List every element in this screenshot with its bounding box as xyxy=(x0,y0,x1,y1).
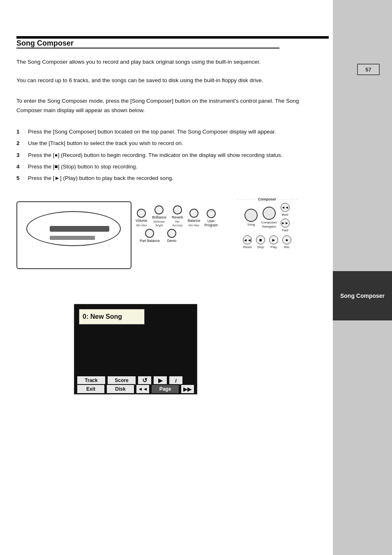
right-sidebar: 57 Song Composer xyxy=(333,0,392,555)
lcd-info-icon: i xyxy=(175,378,177,384)
para-3-text: To enter the Song Composer mode, press t… xyxy=(16,98,299,113)
lcd-rewind-icon-btn[interactable]: ◄◄ xyxy=(136,384,150,394)
comp-fwd-group: ►► Fwd xyxy=(281,219,290,233)
balance-knob[interactable] xyxy=(189,209,198,218)
top-rule-thin xyxy=(16,48,279,48)
lcd-exit-label: Exit xyxy=(86,386,95,392)
reverb-knob[interactable] xyxy=(173,205,182,214)
page-number: 57 xyxy=(365,67,371,73)
lcd-title-bar: 0: New Song xyxy=(79,309,145,325)
lcd-black-area xyxy=(79,329,194,374)
composer-dots-title: · · · · · · ·Composer· · · · · · · xyxy=(218,197,316,201)
lcd-btn-row-2: Exit Disk ◄◄ Page ▶▶ xyxy=(75,384,196,394)
comp-song-label: Song xyxy=(247,223,255,227)
comp-play-label: Play xyxy=(270,245,277,249)
para-3: To enter the Song Composer mode, press t… xyxy=(16,97,321,115)
brilliance-label: Brilliance xyxy=(152,215,166,219)
comp-stop-btn[interactable]: ■ xyxy=(256,235,265,244)
comp-nav-label: Composer/Navigator xyxy=(261,221,277,228)
knob-part-balance: Part Balance xyxy=(140,229,160,243)
step-2-num: 2 xyxy=(16,139,25,148)
volume-label: Volume xyxy=(136,219,147,223)
comp-fwd-btn[interactable]: ►► xyxy=(281,219,290,228)
sidebar-section-label: Song Composer xyxy=(340,292,385,299)
comp-bwd-btn[interactable]: ◄◄ xyxy=(281,203,290,212)
comp-nav-knob-group: Composer/Navigator xyxy=(261,207,277,228)
step-3-text: Press the [●] (Record) button to begin r… xyxy=(28,151,282,160)
step-2: 2 Use the [Track] button to select the t… xyxy=(16,139,321,148)
knob-demo: Demo xyxy=(167,229,177,243)
knob-user-program: UserProgram xyxy=(204,209,218,227)
comp-reset-group: ◄◄ Reset xyxy=(243,235,252,249)
comp-reset-label: Reset xyxy=(243,245,252,249)
comp-rec-btn[interactable]: ● xyxy=(282,235,291,244)
volume-sublabel: Min Max xyxy=(136,224,147,227)
comp-bwd-label: Bwd xyxy=(282,213,288,217)
steps-block: 1 Press the [Song Composer] button locat… xyxy=(16,127,321,185)
brilliance-sublabel: Mellower Bright xyxy=(151,220,167,227)
comp-stop-label: Stop xyxy=(257,245,264,249)
step-1: 1 Press the [Song Composer] button locat… xyxy=(16,127,321,136)
step-5: 5 Press the [►] (Play) button to play ba… xyxy=(16,174,321,183)
step-3-num: 3 xyxy=(16,151,25,160)
volume-knob[interactable] xyxy=(137,209,146,218)
part-balance-label: Part Balance xyxy=(140,239,160,243)
knob-brilliance: Brilliance Mellower Bright xyxy=(151,205,167,227)
lcd-score-label: Score xyxy=(115,378,128,383)
comp-bwd-fwd-group: ◄◄ Bwd ►► Fwd xyxy=(281,203,290,232)
para-2-text: You can record up to 6 tracks, and the s… xyxy=(16,77,263,83)
para-1-text: The Song Composer allows you to record a… xyxy=(16,59,261,65)
step-4-num: 4 xyxy=(16,162,25,171)
comp-stop-group: ■ Stop xyxy=(256,235,265,249)
comp-play-group: ► Play xyxy=(269,235,278,249)
step-1-num: 1 xyxy=(16,127,25,136)
lcd-song-title: 0: New Song xyxy=(83,313,122,320)
demo-label: Demo xyxy=(167,239,177,243)
comp-song-knob-group: Song xyxy=(244,209,258,227)
lcd-fwd-icon: ▶▶ xyxy=(183,386,191,392)
step-5-num: 5 xyxy=(16,174,25,183)
comp-song-knob[interactable] xyxy=(244,209,258,222)
step-3: 3 Press the [●] (Record) button to begin… xyxy=(16,151,321,160)
composer-title-text: Composer xyxy=(258,197,277,201)
para-1: The Song Composer allows you to record a… xyxy=(16,58,321,67)
knob-balance: Balance Min Max xyxy=(188,209,201,227)
brilliance-knob[interactable] xyxy=(154,205,164,214)
user-program-label: UserProgram xyxy=(204,219,218,227)
user-program-knob[interactable] xyxy=(207,209,216,218)
keyboard-diagram xyxy=(16,201,131,273)
lcd-display: 0: New Song Track Score ↺ ▶ i Exit Disk … xyxy=(74,304,197,394)
comp-fwd-label: Fwd xyxy=(282,228,288,233)
knob-volume: Volume Min Max xyxy=(136,209,147,227)
step-2-text: Use the [Track] button to select the tra… xyxy=(28,139,183,148)
lcd-disk-label: Disk xyxy=(115,386,125,392)
knobs-area: Volume Min Max Brilliance Mellower Brigh… xyxy=(136,205,218,243)
balance-label: Balance xyxy=(188,219,201,223)
top-rule-thick xyxy=(16,36,329,39)
comp-nav-knob[interactable] xyxy=(263,207,276,220)
comp-rec-group: ● Rec xyxy=(282,235,291,249)
lcd-fwd-icon-btn[interactable]: ▶▶ xyxy=(180,384,195,394)
lcd-track-label: Track xyxy=(85,378,97,383)
lcd-page-btn[interactable]: Page xyxy=(151,384,180,394)
step-4-text: Press the [■] (Stop) button to stop reco… xyxy=(28,162,137,171)
step-5-text: Press the [►] (Play) button to play back… xyxy=(28,174,173,183)
demo-knob[interactable] xyxy=(167,229,176,238)
comp-bwd-group: ◄◄ Bwd xyxy=(281,203,290,217)
lcd-exit-btn[interactable]: Exit xyxy=(76,384,105,394)
part-balance-knob[interactable] xyxy=(145,229,154,238)
comp-play-btn[interactable]: ► xyxy=(269,235,278,244)
keyboard-ellipse xyxy=(26,211,121,246)
balance-sublabel: Min Max xyxy=(189,224,199,227)
lcd-disk-btn[interactable]: Disk xyxy=(106,384,135,394)
reverb-label: Reverb xyxy=(172,215,183,219)
comp-reset-btn[interactable]: ◄◄ xyxy=(243,235,252,244)
lcd-rewind-icon: ◄◄ xyxy=(138,386,148,392)
lcd-page-label: Page xyxy=(159,386,171,392)
disk-slot2 xyxy=(50,236,95,240)
lcd-reset-icon: ↺ xyxy=(142,377,148,384)
keyboard-outer-box xyxy=(16,201,131,269)
section-heading: Song Composer xyxy=(16,39,74,48)
sidebar-section-block: Song Composer xyxy=(333,271,392,320)
comp-rec-label: Rec xyxy=(284,245,290,249)
